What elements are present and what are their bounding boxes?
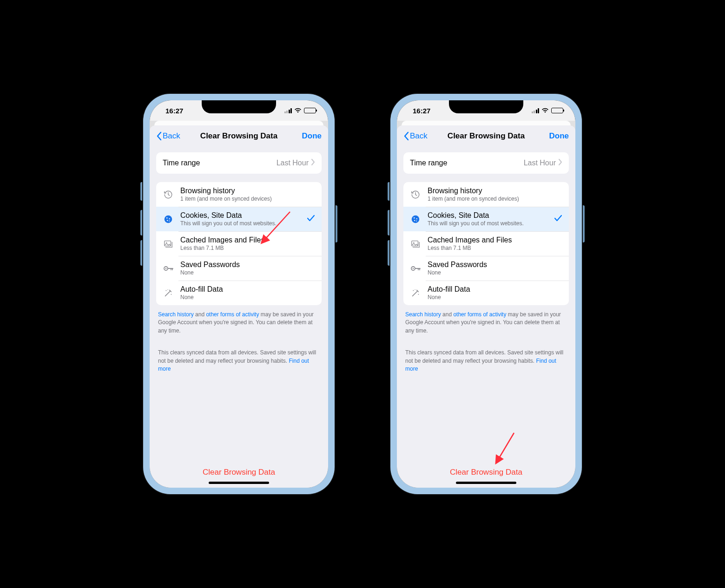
clear-browsing-data-button[interactable]: Clear Browsing Data: [403, 462, 569, 479]
page-title: Clear Browsing Data: [448, 131, 525, 141]
row-cookies[interactable]: Cookies, Site Data This will sign you ou…: [156, 207, 322, 231]
svg-point-22: [413, 290, 414, 291]
svg-point-0: [165, 215, 172, 223]
other-activity-link[interactable]: other forms of activity: [206, 311, 259, 318]
svg-point-23: [418, 294, 419, 294]
search-history-link[interactable]: Search history: [405, 311, 441, 318]
svg-point-4: [169, 220, 170, 221]
svg-point-19: [413, 242, 414, 243]
history-icon: [163, 189, 174, 200]
row-sub: None: [180, 294, 315, 301]
modal-sheet: Back Clear Browsing Data Done Time range…: [150, 125, 328, 488]
svg-point-24: [415, 289, 415, 289]
svg-point-13: [412, 215, 420, 223]
svg-point-11: [167, 289, 168, 289]
phone-frame-right: 16:27 Back Clear Browsing Data Done: [390, 94, 582, 494]
image-icon: [410, 238, 421, 249]
status-time: 16:27: [165, 107, 183, 115]
done-button[interactable]: Done: [302, 131, 322, 141]
back-button[interactable]: Back: [403, 131, 428, 141]
wand-icon: [410, 287, 421, 299]
svg-point-15: [416, 218, 417, 219]
time-range-row[interactable]: Time range Last Hour: [156, 152, 322, 174]
clear-browsing-data-button[interactable]: Clear Browsing Data: [156, 462, 322, 479]
row-sub: 1 item (and more on synced devices): [428, 196, 562, 202]
row-sub: Less than 7.1 MB: [428, 245, 562, 251]
notch: [202, 100, 276, 113]
cellular-icon: [532, 108, 540, 113]
row-title: Cookies, Site Data: [180, 211, 303, 220]
row-cached-images[interactable]: Cached Images and Files Less than 7.1 MB: [403, 231, 569, 256]
row-cookies[interactable]: Cookies, Site Data This will sign you ou…: [403, 207, 569, 231]
chevron-right-icon: [311, 159, 315, 167]
row-cached-images[interactable]: Cached Images and Files Less than 7.1 MB: [156, 231, 322, 256]
history-icon: [410, 189, 421, 200]
cookie-icon: [410, 214, 421, 225]
row-sub: None: [428, 269, 562, 276]
time-range-group: Time range Last Hour: [403, 152, 569, 174]
time-range-row[interactable]: Time range Last Hour: [403, 152, 569, 174]
row-autofill[interactable]: Auto-fill Data None: [156, 281, 322, 305]
footnote-activity: Search history and other forms of activi…: [156, 305, 322, 335]
data-types-group: Browsing history 1 item (and more on syn…: [156, 182, 322, 305]
screen: 16:27 Back Clear Browsing Data Done: [397, 100, 575, 488]
other-activity-link[interactable]: other forms of activity: [453, 311, 506, 318]
svg-point-6: [166, 242, 167, 243]
image-icon: [163, 238, 174, 249]
nav-bar: Back Clear Browsing Data Done: [397, 125, 575, 147]
svg-point-3: [167, 220, 168, 221]
key-icon: [410, 263, 421, 274]
screen: 16:27 Back Clear Browsing Data Done: [150, 100, 328, 488]
done-button[interactable]: Done: [549, 131, 569, 141]
footnote-sync: This clears synced data from all devices…: [403, 343, 569, 373]
phone-frame-left: 16:27 Back Clear Browsing Data Done: [143, 94, 335, 494]
row-title: Cached Images and Files: [428, 236, 562, 244]
home-indicator[interactable]: [456, 482, 516, 484]
row-passwords[interactable]: Saved Passwords None: [156, 256, 322, 281]
row-browsing-history[interactable]: Browsing history 1 item (and more on syn…: [156, 182, 322, 207]
cellular-icon: [284, 108, 292, 113]
battery-icon: [304, 108, 316, 113]
data-types-group: Browsing history 1 item (and more on syn…: [403, 182, 569, 305]
row-title: Cached Images and Files: [180, 236, 315, 244]
svg-point-9: [166, 290, 167, 291]
key-icon: [163, 263, 174, 274]
row-browsing-history[interactable]: Browsing history 1 item (and more on syn…: [403, 182, 569, 207]
row-title: Browsing history: [180, 187, 315, 195]
wifi-icon: [541, 108, 549, 113]
row-sub: None: [428, 294, 562, 301]
search-history-link[interactable]: Search history: [158, 311, 194, 318]
row-title: Cookies, Site Data: [428, 211, 550, 220]
time-range-label: Time range: [410, 159, 524, 167]
back-button[interactable]: Back: [156, 131, 180, 141]
svg-point-10: [171, 294, 172, 294]
nav-bar: Back Clear Browsing Data Done: [150, 125, 328, 147]
checkmark-icon: [307, 215, 315, 224]
time-range-value: Last Hour: [524, 159, 556, 167]
cookie-icon: [163, 214, 174, 225]
row-title: Auto-fill Data: [428, 285, 562, 294]
footnote-sync: This clears synced data from all devices…: [156, 343, 322, 373]
modal-sheet: Back Clear Browsing Data Done Time range…: [397, 125, 575, 488]
svg-point-21: [413, 268, 414, 269]
wifi-icon: [294, 108, 302, 113]
status-time: 16:27: [413, 107, 430, 115]
row-autofill[interactable]: Auto-fill Data None: [403, 281, 569, 305]
svg-point-1: [166, 217, 167, 218]
row-sub: Less than 7.1 MB: [180, 245, 315, 251]
battery-icon: [551, 108, 563, 113]
row-sub: This will sign you out of most websites.: [428, 220, 550, 227]
svg-point-16: [414, 220, 415, 221]
page-title: Clear Browsing Data: [200, 131, 277, 141]
time-range-label: Time range: [163, 159, 277, 167]
back-label: Back: [410, 131, 428, 141]
svg-rect-5: [165, 241, 171, 246]
svg-point-2: [169, 218, 170, 219]
row-passwords[interactable]: Saved Passwords None: [403, 256, 569, 281]
row-title: Saved Passwords: [428, 261, 562, 269]
footnote-activity: Search history and other forms of activi…: [403, 305, 569, 335]
chevron-right-icon: [559, 159, 562, 167]
home-indicator[interactable]: [209, 482, 269, 484]
svg-point-17: [416, 220, 417, 221]
checkmark-icon: [554, 215, 562, 224]
